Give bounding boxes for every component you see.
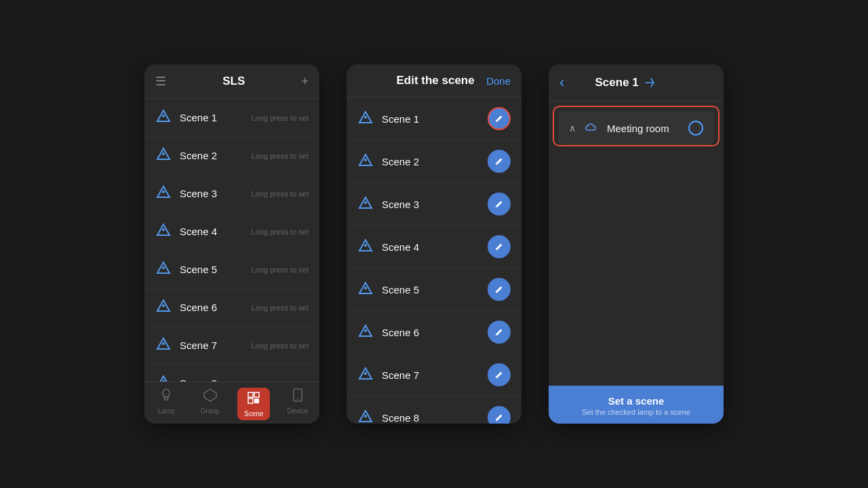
scene-name: Scene 5 — [382, 284, 479, 296]
scene-name: Scene 2 — [180, 150, 243, 161]
scene-name: Scene 7 — [382, 369, 479, 381]
table-row[interactable]: Scene 3 Long press to set — [144, 175, 319, 213]
svg-point-23 — [297, 399, 298, 400]
table-row[interactable]: Scene 8 — [347, 396, 521, 424]
set-scene-button[interactable]: Set a scene Set the checked lamp to a sc… — [549, 386, 724, 424]
phone1-header: ☰ SLS + — [144, 64, 319, 99]
scene-name: Scene 8 — [382, 412, 479, 424]
table-row[interactable]: Scene 5 — [347, 268, 521, 311]
svg-point-11 — [162, 304, 165, 307]
svg-point-3 — [162, 152, 165, 155]
edit-button-scene4[interactable] — [488, 235, 511, 258]
scene-name: Scene 3 — [382, 199, 479, 210]
svg-point-27 — [364, 159, 367, 161]
svg-point-33 — [364, 287, 367, 289]
scene-icon — [155, 146, 172, 165]
export-icon — [644, 77, 655, 88]
scene-tab-icon — [246, 390, 261, 409]
group-label: Group — [201, 407, 220, 415]
scene-tab-label: Scene — [244, 410, 263, 418]
scene-icon — [155, 336, 172, 354]
svg-point-9 — [162, 266, 165, 269]
svg-point-37 — [364, 372, 367, 375]
svg-rect-19 — [254, 392, 259, 397]
table-row[interactable]: Scene 1 — [347, 98, 521, 140]
scene-hint: Long press to set — [252, 152, 309, 160]
tab-group[interactable]: Group — [189, 388, 233, 420]
phone2-title: Edit the scene — [384, 74, 486, 87]
svg-point-39 — [364, 415, 367, 418]
phone3-header: ‹ Scene 1 — [549, 64, 724, 102]
table-row[interactable]: Scene 4 — [347, 226, 521, 268]
scene-icon — [155, 222, 172, 241]
meeting-room-row-highlighted[interactable]: ∧ Meeting room — [553, 106, 719, 146]
table-row[interactable]: Scene 6 Long press to set — [144, 289, 319, 327]
table-row[interactable]: Scene 8 Long press to set — [144, 365, 319, 382]
table-row[interactable]: Scene 2 — [347, 140, 521, 183]
scene-hint: Long press to set — [252, 228, 309, 236]
table-row[interactable]: Scene 4 Long press to set — [144, 213, 319, 251]
edit-button-scene1[interactable] — [488, 107, 511, 130]
set-scene-label: Set a scene — [559, 395, 713, 407]
lamp-label: Lamp — [158, 407, 175, 415]
scene-hint: Long press to set — [252, 342, 309, 350]
table-row[interactable]: Scene 3 — [347, 183, 521, 226]
tab-device[interactable]: Device — [276, 388, 320, 420]
scene-name: Scene 7 — [180, 340, 243, 351]
tab-scene-active-bg: Scene — [237, 388, 270, 420]
scene-name: Scene 5 — [180, 264, 243, 275]
scene-icon — [357, 281, 374, 299]
table-row[interactable]: Scene 7 Long press to set — [144, 327, 319, 365]
svg-point-5 — [162, 190, 165, 193]
svg-rect-20 — [248, 399, 253, 403]
table-row[interactable]: Scene 1 Long press to set — [144, 99, 319, 137]
scene-hint: Long press to set — [252, 266, 309, 274]
edit-button-scene5[interactable] — [488, 278, 511, 301]
scene-name: Scene 2 — [382, 156, 479, 167]
scene-icon — [155, 108, 172, 127]
scene-icon — [357, 195, 374, 214]
scene1-title: Scene 1 — [595, 76, 639, 89]
scene-hint: Long press to set — [252, 114, 309, 122]
scene-icon — [357, 152, 374, 171]
tab-lamp[interactable]: Lamp — [144, 388, 189, 420]
table-row[interactable]: Scene 6 — [347, 311, 521, 354]
room-item[interactable]: ∧ Meeting room — [558, 111, 714, 145]
scene-name: Scene 3 — [180, 188, 243, 199]
scene-list-2: Scene 1 Scene 2 Scene 3 Scene 4 — [347, 98, 521, 424]
edit-button-scene7[interactable] — [488, 363, 511, 386]
edit-button-scene3[interactable] — [488, 192, 511, 216]
add-icon[interactable]: + — [301, 75, 309, 89]
scene-icon — [155, 374, 172, 382]
phone-3: ‹ Scene 1 ∧ Meeting room Set a scene Set… — [549, 64, 724, 424]
edit-button-scene8[interactable] — [488, 406, 511, 424]
tab-scene[interactable]: Scene — [232, 388, 276, 420]
scene-icon — [357, 366, 374, 384]
menu-icon[interactable]: ☰ — [155, 74, 166, 89]
scene-name: Scene 1 — [180, 112, 243, 123]
scene-name: Scene 6 — [180, 302, 243, 313]
edit-button-scene6[interactable] — [488, 321, 511, 344]
scene-name: Scene 1 — [382, 113, 479, 125]
back-button[interactable]: ‹ — [559, 74, 564, 92]
table-row[interactable]: Scene 5 Long press to set — [144, 251, 319, 289]
scene-name: Scene 6 — [382, 327, 479, 338]
room-select-circle[interactable] — [688, 121, 703, 136]
phone3-body: ∧ Meeting room Set a scene Set the check… — [549, 102, 724, 424]
phone2-body: Scene 1 Scene 2 Scene 3 Scene 4 — [347, 98, 521, 424]
table-row[interactable]: Scene 2 Long press to set — [144, 137, 319, 175]
scene-icon — [357, 110, 374, 128]
phone3-title: Scene 1 — [564, 76, 686, 89]
table-row[interactable]: Scene 7 — [347, 354, 521, 396]
svg-point-25 — [364, 116, 367, 119]
scene-hint: Long press to set — [252, 190, 309, 198]
device-label: Device — [287, 407, 308, 415]
room-name: Meeting room — [607, 123, 682, 134]
scene-name: Scene 4 — [382, 241, 479, 253]
edit-button-scene2[interactable] — [488, 150, 511, 173]
svg-point-29 — [364, 201, 367, 204]
scene-icon — [357, 323, 374, 342]
tab-bar: Lamp Group Scene Devi — [144, 382, 319, 423]
scene-icon — [155, 298, 172, 317]
done-button[interactable]: Done — [486, 75, 511, 87]
